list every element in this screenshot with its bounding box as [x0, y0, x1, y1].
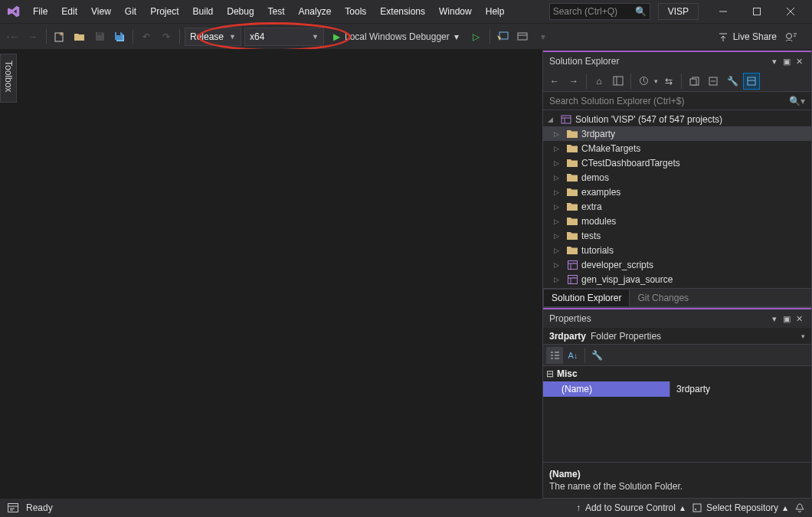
menu-file[interactable]: File [26, 2, 54, 21]
live-share-label: Live Share [733, 31, 777, 42]
undo-icon[interactable]: ↶ [138, 28, 155, 45]
expander-icon[interactable]: ▷ [554, 261, 563, 269]
menu-tools[interactable]: Tools [338, 2, 373, 21]
tree-node-3rdparty[interactable]: ▷3rdparty [543, 126, 811, 141]
save-all-icon[interactable] [111, 28, 128, 45]
global-search-input[interactable]: Search (Ctrl+Q) 🔍 [549, 3, 650, 20]
menu-git[interactable]: Git [118, 2, 143, 21]
switch-view-icon[interactable] [610, 73, 627, 90]
menu-project[interactable]: Project [143, 2, 185, 21]
redo-icon[interactable]: ↷ [158, 28, 175, 45]
menu-edit[interactable]: Edit [54, 2, 84, 21]
notifications-icon[interactable] [795, 503, 804, 513]
feedback-icon[interactable] [783, 28, 800, 45]
expander-icon[interactable]: ▷ [554, 174, 563, 182]
expander-icon[interactable]: ▷ [554, 232, 563, 240]
collapse-all-icon[interactable] [705, 73, 722, 90]
project-icon: ++ [566, 274, 578, 285]
window-options-icon[interactable]: ▾ [768, 314, 781, 324]
menu-window[interactable]: Window [432, 2, 479, 21]
start-debug-button[interactable]: ▶ Local Windows Debugger ▾ [327, 28, 465, 46]
open-icon[interactable] [71, 28, 88, 45]
properties-icon[interactable]: 🔧 [724, 73, 741, 90]
expander-icon[interactable]: ▷ [554, 145, 563, 152]
menu-test[interactable]: Test [261, 2, 292, 21]
tree-node-tutorials[interactable]: ▷tutorials [543, 243, 811, 257]
tab-solution-explorer[interactable]: Solution Explorer [543, 289, 630, 306]
tree-node-demos[interactable]: ▷demos [543, 170, 811, 185]
pin-icon[interactable]: ▣ [781, 314, 793, 324]
menu-help[interactable]: Help [479, 2, 512, 21]
expander-icon[interactable]: ▷ [554, 188, 563, 196]
property-pages-icon[interactable]: 🔧 [588, 347, 605, 364]
toolbar-overflow-icon[interactable] [515, 28, 532, 45]
tree-node-tests[interactable]: ▷tests [543, 228, 811, 243]
add-source-control-button[interactable]: ↑ Add to Source Control ▴ [576, 502, 685, 513]
window-options-icon[interactable]: ▾ [768, 57, 781, 67]
select-repository-button[interactable]: Select Repository ▴ [692, 502, 787, 513]
new-item-icon[interactable] [51, 28, 68, 45]
menu-view[interactable]: View [84, 2, 118, 21]
tree-node-cmaketargets[interactable]: ▷CMakeTargets [543, 141, 811, 155]
home-icon[interactable]: ⌂ [591, 73, 607, 90]
tree-node-extra[interactable]: ▷extra [543, 199, 811, 214]
expander-icon[interactable]: ▷ [554, 218, 563, 225]
expander-icon[interactable]: ▷ [554, 159, 563, 167]
property-category[interactable]: ⊟ Misc [543, 366, 811, 381]
nav-back-icon[interactable]: ◦← [5, 28, 21, 45]
solution-root-node[interactable]: ◢ Solution 'VISP' (547 of 547 projects) [543, 112, 811, 126]
platform-combo[interactable]: x64▼ [244, 28, 324, 46]
tree-node-label: modules [581, 216, 616, 227]
menu-analyze[interactable]: Analyze [292, 2, 339, 21]
property-row-name[interactable]: (Name) 3rdparty [543, 381, 811, 397]
chevron-down-icon: ▾ [454, 31, 459, 42]
sync-icon[interactable]: ⇆ [660, 73, 677, 90]
expander-icon[interactable]: ▷ [554, 276, 563, 283]
menu-extensions[interactable]: Extensions [373, 2, 432, 21]
tree-node-label: CTestDashboardTargets [581, 158, 680, 169]
expander-icon[interactable]: ▷ [554, 203, 563, 211]
minimize-button[interactable] [706, 0, 740, 23]
save-icon[interactable] [91, 28, 108, 45]
tree-node-examples[interactable]: ▷examples [543, 185, 811, 199]
close-button[interactable] [774, 0, 807, 23]
expander-icon[interactable]: ▷ [554, 130, 563, 138]
start-no-debug-icon[interactable]: ▷ [468, 28, 485, 45]
pin-icon[interactable]: ▣ [781, 57, 793, 67]
menu-debug[interactable]: Debug [220, 2, 260, 21]
pending-changes-filter-icon[interactable] [635, 73, 652, 90]
browser-link-icon[interactable] [495, 28, 512, 45]
maximize-button[interactable] [740, 0, 774, 23]
toolbox-tab[interactable]: Toolbox [0, 54, 17, 103]
tree-node-developer_scripts[interactable]: ▷++developer_scripts [543, 257, 811, 272]
folder-icon [566, 216, 578, 227]
tree-node-gen_visp_java_source[interactable]: ▷++gen_visp_java_source [543, 272, 811, 286]
close-panel-icon[interactable]: ✕ [793, 57, 805, 67]
categorized-icon[interactable] [546, 347, 563, 364]
toolbar-customize-icon[interactable]: ▾ [535, 28, 552, 45]
nav-fwd-icon[interactable]: → [25, 28, 41, 45]
show-all-files-icon[interactable] [686, 73, 702, 90]
svg-rect-5 [518, 33, 527, 40]
expander-icon[interactable]: ◢ [548, 116, 557, 123]
close-panel-icon[interactable]: ✕ [793, 314, 805, 324]
tab-git-changes[interactable]: Git Changes [630, 290, 696, 306]
alphabetical-icon[interactable]: A↓ [565, 347, 581, 364]
solution-tree[interactable]: ◢ Solution 'VISP' (547 of 547 projects) … [543, 110, 811, 288]
solution-search-input[interactable]: Search Solution Explorer (Ctrl+$) 🔍▾ [543, 92, 811, 110]
collapse-icon[interactable]: ⊟ [546, 368, 554, 379]
property-value[interactable]: 3rdparty [670, 381, 811, 397]
build-config-combo[interactable]: Release▼ [185, 28, 241, 46]
menu-build[interactable]: Build [186, 2, 221, 21]
live-share-button[interactable]: Live Share [718, 31, 777, 42]
output-icon[interactable] [8, 503, 18, 512]
se-fwd-icon[interactable]: → [565, 73, 582, 90]
properties-object-selector[interactable]: 3rdparty Folder Properties ▾ [543, 328, 811, 345]
preview-selected-icon[interactable] [743, 73, 760, 90]
expander-icon[interactable]: ▷ [554, 247, 563, 254]
folder-icon [566, 172, 578, 183]
solution-badge[interactable]: VISP [658, 3, 699, 20]
tree-node-modules[interactable]: ▷modules [543, 214, 811, 228]
tree-node-ctestdashboardtargets[interactable]: ▷CTestDashboardTargets [543, 155, 811, 170]
se-back-icon[interactable]: ← [546, 73, 563, 90]
